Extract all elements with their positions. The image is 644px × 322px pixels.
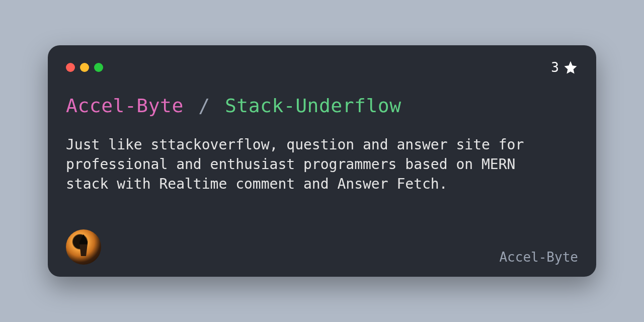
minimize-icon[interactable] — [80, 63, 89, 72]
path-separator: / — [198, 95, 210, 117]
author-label: Accel-Byte — [499, 250, 578, 265]
repo-owner-link[interactable]: Accel-Byte — [66, 95, 184, 117]
close-icon[interactable] — [66, 63, 75, 72]
avatar[interactable] — [66, 229, 101, 265]
star-count: 3 — [551, 60, 578, 75]
repo-name-link[interactable]: Stack-Underflow — [225, 95, 401, 117]
maximize-icon[interactable] — [94, 63, 103, 72]
repo-description: Just like sttackoverflow, question and a… — [66, 135, 539, 194]
footer-row: Accel-Byte — [66, 229, 578, 265]
repo-card: 3 Accel-Byte / Stack-Underflow Just like… — [48, 45, 596, 277]
repo-title: Accel-Byte / Stack-Underflow — [66, 95, 578, 117]
window-controls — [66, 63, 103, 72]
header-row: 3 — [66, 59, 578, 75]
star-icon — [563, 60, 578, 75]
star-count-value: 3 — [551, 60, 559, 75]
